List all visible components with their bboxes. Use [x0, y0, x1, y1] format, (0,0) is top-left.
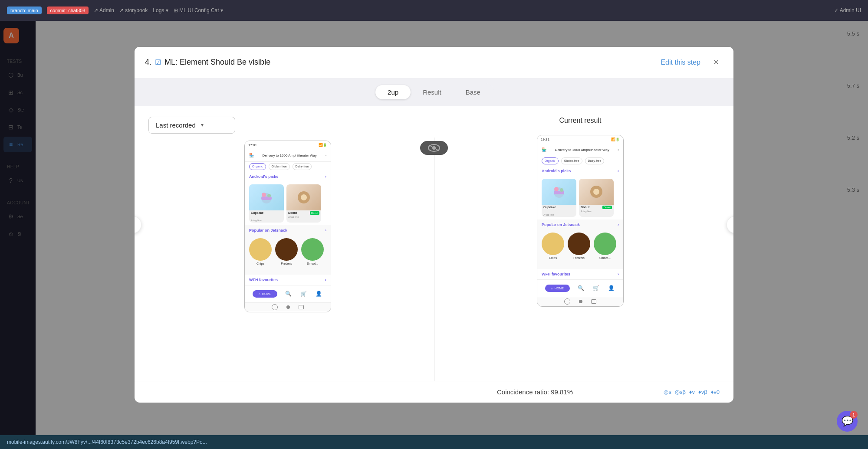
right-search-nav-icon: 🔍	[576, 284, 585, 292]
modal-header: 4. ☑ ML: Element Should Be visible Edit …	[135, 47, 733, 78]
left-status-icons: 📶🔋	[319, 143, 327, 147]
chat-bubble-button[interactable]: 💬 1	[837, 411, 858, 432]
left-home-button: ⌂ HOME	[253, 290, 277, 298]
right-pretzels-item: Pretzels	[568, 233, 590, 266]
left-delivery-bar: 🏪 Delivery to 1600 Amphitheater Way ›	[245, 150, 331, 162]
right-donut-img	[579, 179, 614, 205]
left-cupcake-img	[249, 184, 284, 210]
ml-config-link[interactable]: ⊞ ML UI Config Cat ▾	[174, 7, 223, 13]
right-chips-item: Chips	[542, 233, 564, 266]
left-donut-img	[286, 184, 321, 210]
footer-link-v[interactable]: ♦v	[689, 389, 695, 395]
footer-links: ◎s ◎sβ ♦v ♦vβ ♦v0	[664, 389, 720, 395]
left-popular-header: Popular on Jetsnack ›	[245, 225, 331, 236]
svg-point-14	[593, 189, 599, 195]
right-chips-label: Chips	[549, 256, 557, 259]
comparison-area: Last recorded ▾ 17:01 📶🔋	[148, 117, 720, 381]
right-smoothie-item: Smoot...	[594, 233, 616, 266]
right-panel: Current result 19:31 📶🔋 🏪	[441, 117, 720, 381]
left-pretzels-label: Pretzels	[281, 262, 292, 265]
right-delivery-icon: 🏪	[542, 147, 546, 152]
left-filter-chips: Organic Gluten-free Dairy-free	[245, 162, 331, 171]
footer-link-vb[interactable]: ♦vβ	[698, 389, 707, 395]
right-cupcake-label: Cupcake	[542, 205, 576, 213]
footer-link-s[interactable]: ◎s	[664, 389, 671, 395]
toggle-visibility-button[interactable]	[420, 141, 448, 155]
logs-link[interactable]: Logs ▾	[153, 7, 168, 13]
right-chip-glutenfree: Gluten-free	[561, 157, 582, 164]
right-pretzels-circle	[568, 233, 590, 255]
right-phone-wrapper: 19:31 📶🔋 🏪 Delivery to 1600 Amphitheater…	[441, 135, 720, 307]
right-cupcake-img	[542, 179, 576, 205]
left-popular-label: Popular on Jetsnack	[249, 228, 287, 233]
right-pretzels-label: Pretzels	[573, 256, 584, 259]
svg-rect-1	[261, 197, 272, 200]
left-cards-row: Cupcake A tag line	[245, 182, 331, 225]
svg-point-12	[560, 188, 563, 192]
left-chips-item: Chips	[249, 238, 272, 272]
right-home-dot	[579, 300, 582, 303]
tab-base[interactable]: Base	[454, 85, 493, 99]
left-delivery-text: Delivery to 1600 Amphitheater Way	[263, 154, 317, 157]
footer-link-sb[interactable]: ◎sβ	[675, 389, 686, 395]
right-profile-nav-icon: 👤	[607, 284, 615, 292]
left-bottom-nav: ⌂ HOME 🔍 🛒 👤	[245, 285, 331, 302]
commit-badge: commit: chaf808	[47, 7, 89, 14]
right-androids-picks-arrow: ›	[618, 169, 619, 173]
chat-badge: 1	[850, 411, 858, 419]
storybook-link[interactable]: ↗ storybook	[119, 7, 148, 13]
left-androids-picks-header: Android's picks ›	[245, 171, 331, 182]
right-delivery-bar: 🏪 Delivery to 1600 Amphitheater Way ›	[537, 144, 623, 156]
chevron-down-icon: ▾	[201, 122, 204, 128]
left-recent-button	[299, 305, 304, 309]
left-profile-nav-icon: 👤	[314, 289, 323, 298]
left-status-bar: 17:01 📶🔋	[245, 141, 331, 150]
left-chips-label: Chips	[256, 262, 264, 265]
left-home-dot	[286, 305, 290, 309]
right-chip-organic: Organic	[542, 157, 559, 164]
left-phone-wrapper: 17:01 📶🔋 🏪 Delivery to 1600 Amphitheater…	[148, 141, 427, 312]
right-popular-arrow: ›	[618, 223, 619, 227]
left-androids-picks-label: Android's picks	[249, 174, 278, 179]
footer-link-v0[interactable]: ♦v0	[711, 389, 720, 395]
left-donut-card: Donut Donut A tag line	[286, 184, 321, 223]
admin-link[interactable]: ↗ Admin	[94, 7, 114, 13]
edit-step-button[interactable]: Edit this step	[661, 59, 700, 66]
left-circles-row: Chips Pretzels Smoot...	[245, 236, 331, 275]
right-delivery-arrow: ›	[618, 148, 619, 152]
right-donut-badge: Donut	[602, 206, 612, 209]
modal-title: 4. ☑ ML: Element Should Be visible	[145, 58, 661, 67]
right-circles-row: Chips Pretzels Smoot...	[537, 230, 623, 269]
svg-point-11	[554, 187, 559, 191]
left-donut-label-row: Donut Donut	[286, 210, 321, 216]
left-donut-sublabel: A tag line	[286, 216, 321, 219]
chip-organic: Organic	[249, 163, 266, 170]
tab-result[interactable]: Result	[411, 85, 454, 99]
right-donut-sublabel: A tag line	[579, 210, 614, 213]
right-smoothie-label: Smoot...	[599, 256, 611, 259]
tab-2up[interactable]: 2up	[375, 85, 411, 99]
left-donut-badge: Donut	[310, 211, 319, 215]
left-back-button	[272, 304, 278, 310]
modal-tabs: 2up Result Base	[135, 78, 733, 106]
tab-group: 2up Result Base	[374, 83, 494, 101]
left-pretzels-item: Pretzels	[275, 238, 298, 272]
right-home-button: ⌂ HOME	[545, 285, 570, 292]
left-donut-label: Donut	[288, 211, 309, 214]
right-recent-button	[591, 299, 596, 304]
current-result-label: Current result	[559, 117, 602, 128]
right-status-bar: 19:31 📶🔋	[537, 135, 623, 144]
step-title-text: ML: Element Should Be visible	[164, 58, 270, 67]
svg-rect-10	[554, 191, 564, 194]
right-wfh-label: WFH favourites	[542, 272, 570, 276]
close-button[interactable]: ×	[709, 56, 723, 69]
last-recorded-dropdown[interactable]: Last recorded ▾	[148, 117, 235, 134]
left-wfh-arrow: ›	[325, 278, 326, 282]
modal-footer: Coincidence ratio: 99.81% ◎s ◎sβ ♦v ♦vβ …	[135, 381, 733, 403]
right-cupcake-card: Cupcake A tag line	[542, 179, 576, 217]
url-bar: mobile-images.autify.com/JW8Fyv/.../44f6…	[0, 435, 868, 449]
right-home-icon: ⌂	[551, 287, 553, 290]
right-android-bar	[537, 297, 623, 306]
left-phone-frame: 17:01 📶🔋 🏪 Delivery to 1600 Amphitheater…	[244, 141, 331, 312]
svg-point-3	[267, 194, 271, 197]
